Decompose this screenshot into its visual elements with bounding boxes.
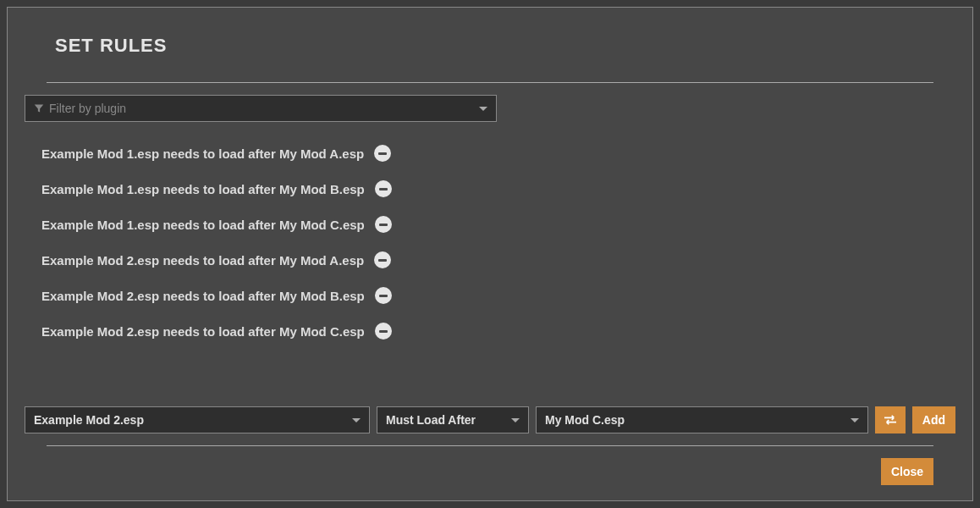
rule-type-value: Must Load After — [386, 413, 476, 427]
add-rule-row: Example Mod 2.esp Must Load After My Mod… — [8, 398, 972, 440]
chevron-down-icon — [511, 418, 520, 422]
add-button[interactable]: Add — [912, 406, 955, 433]
add-button-label: Add — [922, 413, 945, 427]
rule-type-select[interactable]: Must Load After — [377, 406, 529, 433]
filter-icon — [34, 103, 44, 113]
rules-list: Example Mod 1.esp needs to load after My… — [8, 122, 972, 398]
minus-icon — [379, 224, 388, 226]
rule-item: Example Mod 1.esp needs to load after My… — [25, 171, 955, 207]
rule-text: Example Mod 1.esp needs to load after My… — [41, 218, 365, 232]
remove-rule-button[interactable] — [375, 216, 392, 233]
rule-text: Example Mod 1.esp needs to load after My… — [41, 146, 364, 161]
set-rules-dialog: SET RULES Filter by plugin Example Mod 1… — [7, 7, 973, 501]
dialog-title: SET RULES — [55, 35, 933, 57]
chevron-down-icon — [851, 418, 859, 422]
remove-rule-button[interactable] — [375, 287, 392, 304]
rule-item: Example Mod 2.esp needs to load after My… — [25, 242, 955, 278]
chevron-down-icon — [352, 418, 361, 422]
remove-rule-button[interactable] — [375, 323, 392, 340]
close-button-label: Close — [891, 465, 923, 478]
plugin2-value: My Mod C.esp — [545, 413, 625, 427]
dialog-header: SET RULES — [8, 8, 972, 67]
filter-plugin-select[interactable]: Filter by plugin — [25, 95, 497, 122]
swap-button[interactable] — [875, 406, 906, 433]
dialog-footer: Close — [8, 446, 972, 500]
filter-placeholder: Filter by plugin — [49, 102, 126, 115]
rule-item: Example Mod 2.esp needs to load after My… — [25, 278, 955, 313]
minus-icon — [379, 295, 388, 297]
remove-rule-button[interactable] — [374, 145, 391, 162]
rule-item: Example Mod 2.esp needs to load after My… — [25, 313, 955, 349]
rule-item: Example Mod 1.esp needs to load after My… — [25, 135, 955, 171]
minus-icon — [379, 330, 388, 333]
minus-icon — [378, 259, 387, 262]
minus-icon — [379, 188, 388, 190]
filter-row: Filter by plugin — [8, 83, 972, 122]
rule-text: Example Mod 1.esp needs to load after My… — [41, 182, 365, 196]
plugin2-select[interactable]: My Mod C.esp — [536, 406, 868, 433]
rule-text: Example Mod 2.esp needs to load after My… — [41, 289, 365, 303]
close-button[interactable]: Close — [881, 458, 933, 485]
rule-item: Example Mod 1.esp needs to load after My… — [25, 207, 955, 242]
rule-text: Example Mod 2.esp needs to load after My… — [41, 324, 365, 339]
rule-text: Example Mod 2.esp needs to load after My… — [41, 253, 364, 268]
remove-rule-button[interactable] — [375, 180, 392, 197]
plugin1-value: Example Mod 2.esp — [34, 413, 144, 427]
minus-icon — [378, 152, 387, 155]
chevron-down-icon — [479, 107, 487, 111]
swap-icon — [883, 414, 898, 426]
remove-rule-button[interactable] — [374, 251, 391, 268]
plugin1-select[interactable]: Example Mod 2.esp — [25, 406, 370, 433]
